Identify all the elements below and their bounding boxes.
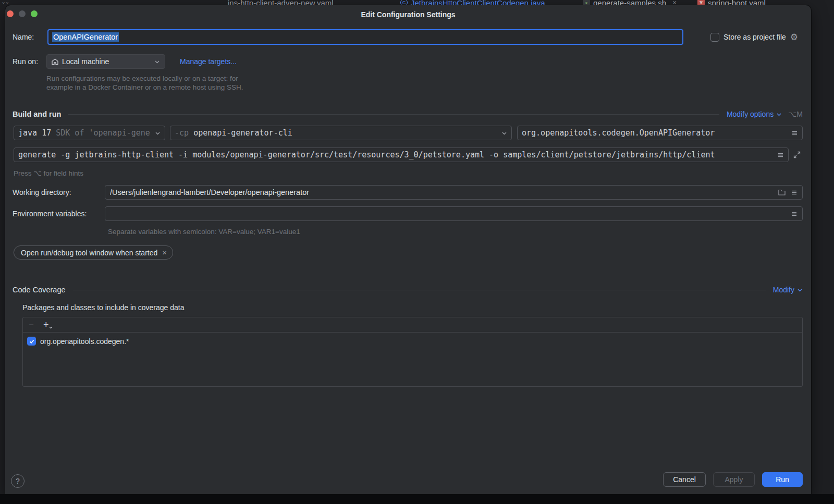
store-settings-gear-icon[interactable]: ⚙	[790, 33, 798, 42]
macros-list-icon[interactable]	[777, 152, 784, 158]
environment-variables-hint: Separate variables with semicolon: VAR=v…	[108, 228, 300, 236]
build-and-run-section-header: Build and run Modify options ⌥M	[5, 107, 811, 121]
name-input-value: OpenAPIGenerator	[52, 32, 119, 42]
question-mark-icon: ?	[16, 477, 20, 485]
run-button[interactable]: Run	[762, 472, 803, 487]
desktop-background	[0, 494, 834, 504]
run-on-value: Local machine	[62, 57, 151, 66]
cancel-button[interactable]: Cancel	[663, 472, 706, 487]
name-label: Name:	[13, 29, 34, 45]
expand-field-icon[interactable]	[793, 151, 801, 158]
manage-targets-link[interactable]: Manage targets...	[180, 54, 237, 69]
open-run-debug-chip[interactable]: Open run/debug tool window when started …	[14, 245, 173, 260]
name-input[interactable]: OpenAPIGenerator	[47, 29, 683, 45]
packages-label: Packages and classes to include in cover…	[22, 303, 185, 312]
remove-chip-icon[interactable]: ×	[162, 248, 167, 257]
separator-line	[73, 290, 766, 290]
chevron-down-icon	[49, 326, 53, 329]
macros-list-icon[interactable]	[791, 211, 798, 217]
minimize-window-button[interactable]	[19, 10, 26, 17]
check-icon	[29, 338, 35, 345]
edit-configuration-dialog: Edit Configuration Settings Name: OpenAP…	[5, 5, 811, 494]
classpath-combo[interactable]: -cp openapi-generator-cli	[170, 126, 512, 140]
dialog-title: Edit Configuration Settings	[361, 10, 455, 19]
main-class-field[interactable]: org.openapitools.codegen.OpenAPIGenerato…	[517, 126, 803, 140]
environment-variables-label: Environment variables:	[13, 206, 87, 221]
store-as-project-file-checkbox[interactable]	[710, 33, 719, 42]
build-and-run-title: Build and run	[13, 110, 61, 118]
coverage-packages-panel: − + org.openapitools.codegen.*	[22, 317, 803, 387]
close-window-button[interactable]	[7, 10, 14, 17]
coverage-modify-link[interactable]: Modify	[773, 286, 803, 294]
chip-label: Open run/debug tool window when started	[21, 249, 157, 257]
zoom-window-button[interactable]	[31, 10, 38, 17]
help-button[interactable]: ?	[11, 474, 24, 488]
store-as-project-file-label: Store as project file	[723, 33, 786, 41]
code-coverage-section-header: Code Coverage Modify	[5, 283, 811, 297]
coverage-package-checkbox[interactable]	[27, 337, 36, 346]
field-hints-text: Press ⌥ for field hints	[14, 169, 83, 177]
jdk-combo[interactable]: java 17 SDK of 'openapi-gene	[14, 126, 165, 140]
chevron-down-icon	[154, 59, 160, 65]
coverage-package-row[interactable]: org.openapitools.codegen.*	[23, 333, 802, 346]
chevron-down-icon	[776, 112, 782, 117]
working-directory-field[interactable]: /Users/julienlengrand-lambert/Developer/…	[105, 185, 803, 200]
add-package-button[interactable]: +	[43, 320, 53, 329]
macros-list-icon[interactable]	[791, 189, 798, 196]
browse-folder-icon[interactable]	[778, 189, 786, 195]
macros-list-icon[interactable]	[791, 130, 798, 137]
code-coverage-title: Code Coverage	[13, 286, 66, 294]
chevron-down-icon	[501, 130, 507, 136]
apply-button[interactable]: Apply	[713, 472, 755, 487]
environment-variables-field[interactable]	[105, 206, 803, 221]
modify-options-link[interactable]: Modify options	[727, 110, 782, 118]
run-on-hint: Run configurations may be executed local…	[46, 74, 243, 92]
program-arguments-field[interactable]: generate -g jetbrains-http-client -i mod…	[14, 147, 789, 162]
chevron-down-icon	[797, 287, 803, 293]
coverage-panel-toolbar: − +	[23, 317, 802, 333]
home-icon	[52, 58, 58, 65]
remove-package-button[interactable]: −	[29, 321, 34, 329]
dialog-titlebar: Edit Configuration Settings	[5, 5, 811, 24]
coverage-package-label: org.openapitools.codegen.*	[40, 337, 129, 346]
separator-line	[68, 114, 719, 115]
run-on-label: Run on:	[13, 54, 38, 69]
screen: ⌄⌄ ins-http-client-adven-new.yaml C Jetb…	[0, 0, 834, 504]
collapse-chevrons-icon: ⌄⌄	[1, 0, 8, 5]
footer-buttons: Cancel Apply Run	[663, 472, 803, 487]
run-on-combo[interactable]: Local machine	[46, 54, 165, 69]
modify-options-shortcut: ⌥M	[788, 110, 803, 118]
working-directory-label: Working directory:	[13, 185, 71, 200]
store-as-project-file-group: Store as project file ⚙	[710, 29, 798, 45]
chevron-down-icon	[155, 130, 161, 136]
